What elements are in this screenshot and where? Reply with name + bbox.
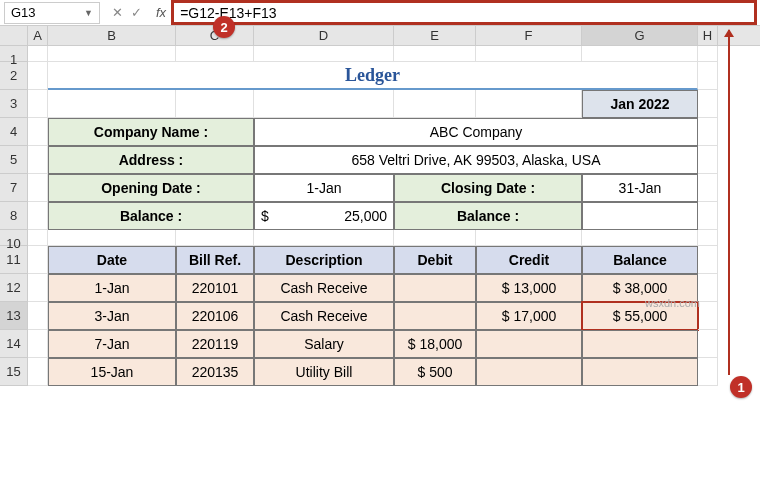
row-header[interactable]: 10 [0, 230, 28, 246]
th-credit: Credit [476, 246, 582, 274]
th-ref: Bill Ref. [176, 246, 254, 274]
row-header[interactable]: 11 [0, 246, 28, 274]
callout-badge-1: 1 [730, 376, 752, 398]
month-header: Jan 2022 [582, 90, 698, 118]
row-header[interactable]: 7 [0, 174, 28, 202]
row-header[interactable]: 12 [0, 274, 28, 302]
table-cell[interactable]: 3-Jan [48, 302, 176, 330]
confirm-icon[interactable]: ✓ [131, 5, 142, 20]
table-cell[interactable] [476, 330, 582, 358]
table-cell[interactable]: $ 13,000 [476, 274, 582, 302]
name-box-value: G13 [11, 5, 36, 20]
col-header-D[interactable]: D [254, 26, 394, 45]
address-label: Address : [48, 146, 254, 174]
th-date: Date [48, 246, 176, 274]
table-cell[interactable]: $ 17,000 [476, 302, 582, 330]
company-value: ABC Company [254, 118, 698, 146]
closing-date-value: 31-Jan [582, 174, 698, 202]
table-cell[interactable]: 7-Jan [48, 330, 176, 358]
opening-date-label: Opening Date : [48, 174, 254, 202]
name-box[interactable]: G13 ▼ [4, 2, 100, 24]
cells-area[interactable]: Ledger Jan 2022 Company Name : ABC Compa… [28, 46, 760, 386]
opening-balance-value: $25,000 [254, 202, 394, 230]
table-cell[interactable] [582, 358, 698, 386]
row-header[interactable]: 13 [0, 302, 28, 330]
row-header[interactable]: 3 [0, 90, 28, 118]
col-header-H[interactable]: H [698, 26, 718, 45]
col-header-F[interactable]: F [476, 26, 582, 45]
th-balance: Balance [582, 246, 698, 274]
row-header[interactable]: 2 [0, 62, 28, 90]
table-cell[interactable]: $ 18,000 [394, 330, 476, 358]
table-cell[interactable]: 15-Jan [48, 358, 176, 386]
balance-label-open: Balance : [48, 202, 254, 230]
row-header[interactable]: 8 [0, 202, 28, 230]
formula-buttons: ✕ ✓ [104, 5, 150, 20]
dropdown-icon[interactable]: ▼ [84, 8, 93, 18]
opening-date-value: 1-Jan [254, 174, 394, 202]
table-cell[interactable]: 220101 [176, 274, 254, 302]
table-cell[interactable]: 220106 [176, 302, 254, 330]
formula-input[interactable]: =G12-E13+F13 [172, 1, 756, 24]
table-cell[interactable]: Salary [254, 330, 394, 358]
select-all-corner[interactable] [0, 26, 28, 45]
row-header[interactable]: 1 [0, 46, 28, 62]
table-cell[interactable] [582, 330, 698, 358]
formula-bar: G13 ▼ ✕ ✓ fx =G12-E13+F13 [0, 0, 760, 26]
ledger-title: Ledger [48, 62, 698, 90]
row-header[interactable]: 4 [0, 118, 28, 146]
closing-date-label: Closing Date : [394, 174, 582, 202]
table-cell[interactable] [476, 358, 582, 386]
spreadsheet-grid: A B C D E F G H 1 2 3 4 5 7 8 10 11 12 1… [0, 26, 760, 386]
address-value: 658 Veltri Drive, AK 99503, Alaska, USA [254, 146, 698, 174]
table-cell[interactable]: Utility Bill [254, 358, 394, 386]
row-header[interactable]: 5 [0, 146, 28, 174]
cancel-icon[interactable]: ✕ [112, 5, 123, 20]
table-cell[interactable]: 220119 [176, 330, 254, 358]
th-desc: Description [254, 246, 394, 274]
balance-label-close: Balance : [394, 202, 582, 230]
watermark: wsxdn.com [645, 297, 700, 309]
company-label: Company Name : [48, 118, 254, 146]
fx-icon[interactable]: fx [150, 5, 172, 20]
row-headers: 1 2 3 4 5 7 8 10 11 12 13 14 15 [0, 46, 28, 386]
col-header-B[interactable]: B [48, 26, 176, 45]
row-header[interactable]: 14 [0, 330, 28, 358]
row-header[interactable]: 15 [0, 358, 28, 386]
table-cell[interactable] [394, 274, 476, 302]
callout-arrow [728, 30, 730, 375]
col-header-A[interactable]: A [28, 26, 48, 45]
closing-balance-value [582, 202, 698, 230]
col-header-G[interactable]: G [582, 26, 698, 45]
table-cell[interactable]: 1-Jan [48, 274, 176, 302]
table-cell[interactable]: $ 500 [394, 358, 476, 386]
column-headers: A B C D E F G H [0, 26, 760, 46]
th-debit: Debit [394, 246, 476, 274]
table-cell[interactable]: Cash Receive [254, 302, 394, 330]
table-cell[interactable] [394, 302, 476, 330]
col-header-E[interactable]: E [394, 26, 476, 45]
table-cell[interactable]: 220135 [176, 358, 254, 386]
table-cell[interactable]: Cash Receive [254, 274, 394, 302]
callout-badge-2: 2 [213, 16, 235, 38]
